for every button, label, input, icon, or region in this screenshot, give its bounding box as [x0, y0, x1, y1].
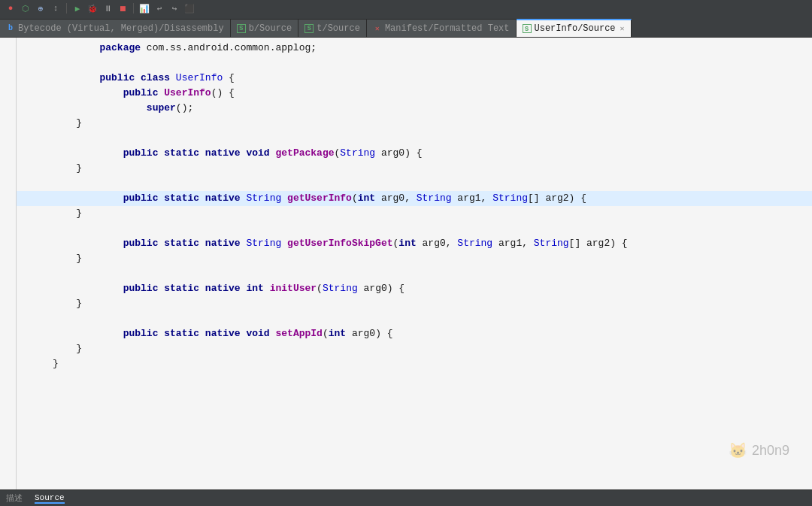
code-line-package: package com.ss.android.common.applog;: [17, 41, 812, 56]
code-line-close2: }: [17, 161, 812, 176]
tab-label-t-source: t/Source: [317, 23, 360, 34]
code-line-getuserinfo: public static native String getUserInfo(…: [17, 191, 812, 206]
code-line-super: super();: [17, 101, 812, 116]
code-line-close3: }: [17, 206, 812, 221]
toolbar-sep-2: [133, 3, 134, 14]
stop-icon[interactable]: ⏹: [117, 2, 129, 14]
tab-label-bytecode: Bytecode (Virtual, Merged)/Disassembly: [18, 23, 224, 34]
tab-b-source[interactable]: s b/Source: [231, 19, 299, 37]
tab-userinfo[interactable]: s UserInfo/Source ✕: [517, 19, 632, 37]
status-bar: 描述 Source: [0, 489, 812, 506]
watermark-icon: 🐱: [729, 441, 747, 459]
tab-manifest[interactable]: ✕ Manifest/Formatted Text: [367, 19, 517, 37]
code-editor[interactable]: package com.ss.android.common.applog; pu…: [17, 38, 812, 489]
code-line-getuserinfoskipget: public static native String getUserInfoS…: [17, 236, 812, 251]
debug-icon[interactable]: 🐞: [86, 2, 98, 14]
code-line-setappid: public static native void setAppId(int a…: [17, 326, 812, 341]
tab-bytecode[interactable]: b Bytecode (Virtual, Merged)/Disassembly: [0, 19, 231, 37]
code-line-close4: }: [17, 251, 812, 266]
main-area: package com.ss.android.common.applog; pu…: [0, 38, 812, 489]
redo-icon[interactable]: ↪: [168, 2, 180, 14]
tab-label-b-source: b/Source: [249, 23, 292, 34]
tab-icon-manifest: ✕: [373, 24, 382, 33]
undo-icon[interactable]: ↩: [153, 2, 165, 14]
tab-icon-userinfo: s: [523, 24, 532, 33]
build-icon[interactable]: ⬛: [183, 2, 195, 14]
code-line-close-class: }: [17, 356, 812, 371]
tab-icon-b-source: s: [237, 24, 246, 33]
watermark-text: 2h0n9: [752, 443, 789, 459]
code-line-close6: }: [17, 341, 812, 356]
tab-label-manifest: Manifest/Formatted Text: [385, 23, 510, 34]
toolbar-icon-2: ↕: [50, 2, 62, 14]
pause-icon[interactable]: ⏸: [102, 2, 114, 14]
tab-icon-bytecode: b: [6, 24, 15, 33]
watermark: 🐱 2h0n9: [729, 441, 789, 459]
tab-icon-t-source: s: [304, 24, 314, 33]
tab-close-userinfo[interactable]: ✕: [620, 24, 625, 33]
status-item-source[interactable]: Source: [35, 493, 65, 504]
code-line-inituser: public static native int initUser(String…: [17, 281, 812, 296]
toolbar-sep-1: [66, 3, 67, 14]
code-line-getpackage: public static native void getPackage(Str…: [17, 146, 812, 161]
tab-t-source[interactable]: s t/Source: [298, 19, 367, 37]
left-gutter: [0, 38, 17, 489]
tab-label-userinfo: UserInfo/Source: [535, 23, 616, 34]
status-item-describe[interactable]: 描述: [6, 492, 23, 504]
toolbar-icon-1: ⊕: [35, 2, 47, 14]
toolbar-icon-red: ●: [5, 2, 17, 14]
run-icon[interactable]: ▶: [71, 2, 83, 14]
metrics-icon[interactable]: 📊: [138, 2, 150, 14]
toolbar: ● ⬡ ⊕ ↕ ▶ 🐞 ⏸ ⏹ 📊 ↩ ↪ ⬛: [0, 0, 812, 17]
toolbar-icon-green: ⬡: [20, 2, 32, 14]
code-line-close1: }: [17, 116, 812, 131]
code-line-close5: }: [17, 296, 812, 311]
tab-bar: b Bytecode (Virtual, Merged)/Disassembly…: [0, 17, 812, 38]
